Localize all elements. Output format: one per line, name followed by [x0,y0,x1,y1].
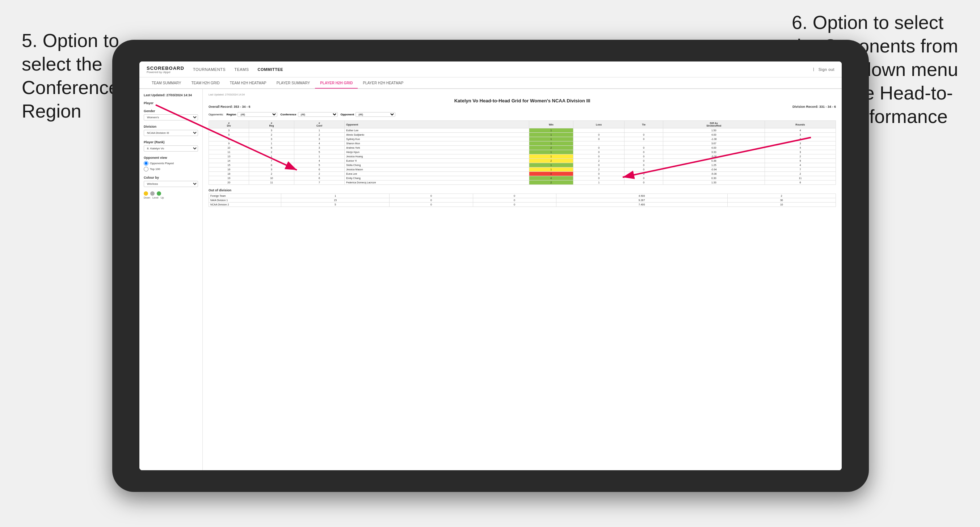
ood-row: NCAA Division 2 5 0 0 7.400 10 [209,203,836,207]
nav-right: | Sign out [813,66,834,73]
cell-div: 10 [209,146,249,150]
cell-rounds: 3 [765,137,835,141]
cell-win: 1 [529,141,573,146]
table-row: 11 2 5 Heejo Hyun 1 0 0 3.33 3 [209,150,836,154]
cell-loss [573,141,625,146]
cell-conf: 2 [294,133,345,137]
out-of-division-table: Foreign Team 1 0 0 4.500 2 NAIA Division… [208,194,836,207]
nav-teams[interactable]: TEAMS [234,66,249,73]
table-row: 14 7 4 Eunice Yi 2 2 0 0.38 9 [209,159,836,163]
cell-rounds: 3 [765,141,835,146]
sidebar-player: Player [144,101,198,105]
cell-div: 3 [209,129,249,133]
cell-win: 1 [529,163,573,167]
opponent-filter-select[interactable]: (All) [355,112,395,117]
sidebar-last-updated: Last Updated: 27/03/2024 14:34 [144,93,198,97]
conference-filter-select[interactable]: (All) [298,112,338,117]
ood-body: Foreign Team 1 0 0 4.500 2 NAIA Division… [209,194,836,207]
cell-diff: -3.00 [663,154,765,159]
cell-diff: 0.38 [663,159,765,163]
cell-win: 2 [529,146,573,150]
ood-loss: 0 [390,194,473,198]
cell-conf: 2 [294,172,345,176]
col-reg: #Reg [249,121,294,129]
cell-conf: 4 [294,159,345,163]
panel-title: Katelyn Vo Head-to-Head Grid for Women's… [208,98,836,103]
region-filter-select[interactable]: (All) [237,112,277,117]
table-header-row: #Div #Reg #Conf Opponent Win Loss Tie Di… [209,121,836,129]
cell-tie: 0 [625,137,663,141]
cell-reg: 3 [249,137,294,141]
navbar: SCOREBOARD Powered by clippd TOURNAMENTS… [139,62,842,78]
ood-rounds: 10 [727,203,835,207]
radio-played-input[interactable] [144,161,148,166]
cell-tie [625,141,663,146]
cell-conf: 6 [294,176,345,181]
colour-by-label: Colour by [144,176,198,179]
division-select[interactable]: NCAA Division III [144,130,198,136]
cell-opponent: Stella Cheng [345,163,529,167]
radio-top100[interactable]: Top 100 [144,167,198,171]
cell-opponent: Sydney Kuo [345,137,529,141]
ood-diff: 4.500 [556,194,727,198]
cell-rounds: 3 [765,150,835,154]
nav-tournaments[interactable]: TOURNAMENTS [193,66,226,73]
cell-reg: 11 [249,181,294,185]
cell-div: 16 [209,167,249,172]
cell-win: 1 [529,137,573,141]
ood-row: Foreign Team 1 0 0 4.500 2 [209,194,836,198]
gender-select[interactable]: Women's [144,114,198,121]
radio-top100-label: Top 100 [150,167,160,171]
legend-labels: Down Level Up [144,197,198,199]
colour-by-select[interactable]: Win/loss [144,181,198,187]
cell-div: 18 [209,172,249,176]
label-up: Up [161,197,164,199]
col-div: #Div [209,121,249,129]
cell-conf: 7 [294,181,345,185]
cell-conf: 5 [294,150,345,154]
h2h-table: #Div #Reg #Conf Opponent Win Loss Tie Di… [208,121,836,185]
radio-played-label: Opponents Played [150,162,174,165]
col-diff: Diff AvStrokes/Rnd [663,121,765,129]
subnav-team-h2h-grid[interactable]: TEAM H2H GRID [186,78,225,88]
player-rank-label: Player (Rank) [144,140,198,144]
sidebar: Last Updated: 27/03/2024 14:34 Player Ge… [139,89,203,470]
radio-opponents-played[interactable]: Opponents Played [144,161,198,166]
cell-div: 14 [209,159,249,163]
radio-top100-input[interactable] [144,167,148,171]
cell-conf: 5 [294,163,345,167]
cell-reg: 8 [249,163,294,167]
logo-text: SCOREBOARD [146,65,184,71]
cell-diff: 1.33 [663,181,765,185]
panel-last-updated: Last Updated: 27/03/2024 14:34 [208,93,836,96]
subnav-player-h2h-grid[interactable]: PLAYER H2H GRID [315,78,358,89]
overall-record: Overall Record: 353 - 34 - 6 [208,105,251,108]
player-rank-select[interactable]: 8. Katelyn Vo [144,145,198,152]
conference-filter-label: Conference [280,113,296,116]
opponent-view-label: Opponent view [144,156,198,160]
subnav-team-h2h-heatmap[interactable]: TEAM H2H HEATMAP [225,78,272,88]
nav-sign-out[interactable]: Sign out [819,66,834,73]
subnav: TEAM SUMMARY TEAM H2H GRID TEAM H2H HEAT… [139,78,842,89]
ood-name: NAIA Division 1 [209,198,281,203]
col-rounds: Rounds [765,121,835,129]
cell-loss: 2 [573,159,625,163]
cell-diff: -1.00 [663,137,765,141]
table-row: 18 2 2 Euna Lee 0 0 0 -5.00 2 [209,172,836,176]
nav-committee[interactable]: COMMITTEE [258,66,283,73]
table-row: 13 1 1 Jessica Huang 1 0 0 -3.00 2 [209,154,836,159]
subnav-player-summary[interactable]: PLAYER SUMMARY [272,78,315,88]
out-of-division-title: Out of division [208,189,836,192]
cell-tie: 0 [625,172,663,176]
label-down: Down [144,197,150,199]
subnav-team-summary[interactable]: TEAM SUMMARY [146,78,186,88]
dot-level [150,191,154,196]
records-row: Overall Record: 353 - 34 - 6 Division Re… [208,105,836,108]
cell-tie: 0 [625,154,663,159]
dot-up [157,191,161,196]
last-updated-text: Last Updated: 27/03/2024 14:34 [144,93,198,97]
cell-win: 1 [529,133,573,137]
subnav-player-h2h-heatmap[interactable]: PLAYER H2H HEATMAP [358,78,408,88]
cell-win: 2 [529,181,573,185]
cell-reg: 1 [249,154,294,159]
